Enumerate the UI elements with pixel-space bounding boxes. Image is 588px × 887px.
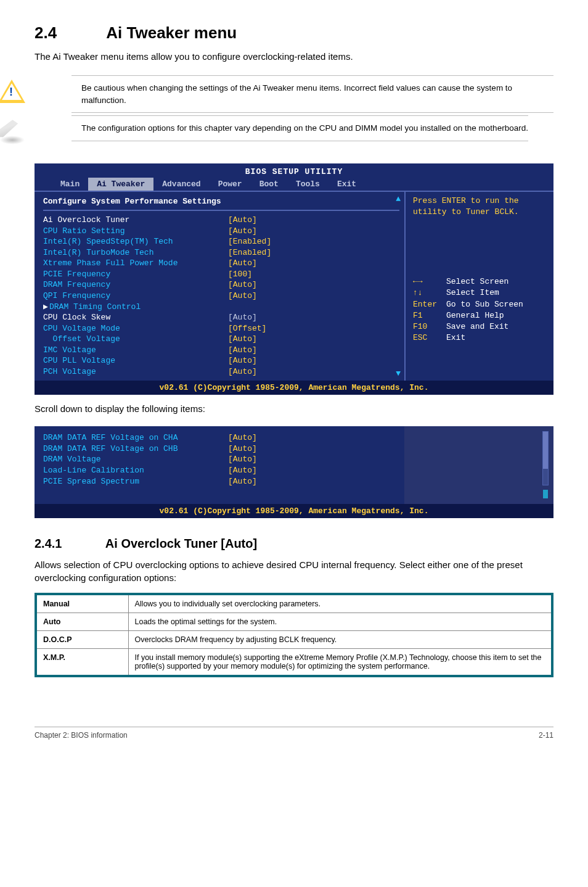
setting-value: [Auto] <box>228 279 257 291</box>
setting-value: [Auto] <box>228 432 257 444</box>
setting-label: ▶DRAM Timing Control <box>43 302 228 313</box>
bios-footer-2: v02.61 (C)Copyright 1985-2009, American … <box>35 504 553 518</box>
footer-right: 2-11 <box>539 731 553 740</box>
setting-label: DRAM DATA REF Voltage on CHB <box>43 444 228 455</box>
nav-key: ←→ <box>413 276 446 287</box>
nav-legend-row: EnterGo to Sub Screen <box>413 299 547 310</box>
bios-setting-row[interactable]: PCIE Frequency[100] <box>43 269 399 280</box>
setting-label: PCH Voltage <box>43 366 228 377</box>
scrollbar[interactable] <box>542 431 549 485</box>
setting-value: [Auto] <box>228 334 257 345</box>
bios-setting-row[interactable]: DRAM Frequency[Auto] <box>43 279 399 291</box>
pen-note-icon <box>0 117 28 146</box>
scroll-up-icon[interactable]: ▲ <box>396 194 401 204</box>
table-row: D.O.C.POverclocks DRAM frequency by adju… <box>36 631 552 649</box>
nav-legend-row: ↑↓Select Item <box>413 287 547 299</box>
setting-value: [Auto] <box>228 215 257 226</box>
setting-value: [Auto] <box>228 226 257 237</box>
setting-value: [100] <box>228 269 252 280</box>
section-number: 2.4 <box>35 23 102 43</box>
option-description: Overclocks DRAM frequency by adjusting B… <box>128 631 552 649</box>
table-row: ManualAllows you to individually set ove… <box>36 594 552 613</box>
setting-label: CPU Voltage Mode <box>43 323 228 334</box>
option-name: Manual <box>36 594 128 613</box>
bios-help-pane: Press ENTER to run the utility to Tuner … <box>404 192 553 381</box>
bios-setting-row[interactable]: Offset Voltage[Auto] <box>43 334 399 345</box>
section-heading: 2.4 Ai Tweaker menu <box>35 23 553 43</box>
setting-value: [Auto] <box>228 444 257 455</box>
tab-exit[interactable]: Exit <box>329 178 365 191</box>
bios-setting-row[interactable]: DRAM DATA REF Voltage on CHB[Auto] <box>43 444 399 455</box>
warning-text: Be cautious when changing the settings o… <box>71 75 553 113</box>
scroll-instruction: Scroll down to display the following ite… <box>35 403 553 414</box>
option-description: Loads the optimal settings for the syste… <box>128 613 552 631</box>
warning-icon: ! <box>0 76 28 106</box>
nav-action: Exit <box>446 333 465 342</box>
setting-value: [Offset] <box>228 323 266 334</box>
bios-setting-row[interactable]: CPU Ratio Setting[Auto] <box>43 226 399 237</box>
nav-key: F1 <box>413 310 446 321</box>
nav-legend-row: ←→Select Screen <box>413 276 547 287</box>
bios-setting-row[interactable]: PCH Voltage[Auto] <box>43 366 399 377</box>
nav-key: ↑↓ <box>413 287 446 299</box>
help-description: Press ENTER to run the utility to Tuner … <box>413 196 547 217</box>
option-description: Allows you to individually set overclock… <box>128 594 552 613</box>
tab-main[interactable]: Main <box>52 178 88 191</box>
tab-boot[interactable]: Boot <box>251 178 287 191</box>
nav-legend-row: F1General Help <box>413 310 547 321</box>
scroll-down-icon[interactable]: ▼ <box>396 369 401 378</box>
setting-value: [Enabled] <box>228 236 271 247</box>
setting-label: Ai Overclock Tuner <box>43 215 228 226</box>
setting-label: CPU Clock Skew <box>43 312 228 323</box>
bios-setting-row[interactable]: Xtreme Phase Full Power Mode[Auto] <box>43 258 399 269</box>
section-title: Ai Tweaker menu <box>106 23 237 42</box>
nav-action: Go to Sub Screen <box>446 300 523 309</box>
option-description: If you install memory module(s) supporti… <box>128 649 552 677</box>
bios-settings-pane-2: DRAM DATA REF Voltage on CHA[Auto]DRAM D… <box>35 426 404 504</box>
subsection-number: 2.4.1 <box>35 537 102 551</box>
setting-value: [Auto] <box>228 312 257 323</box>
setting-label: PCIE Frequency <box>43 269 228 280</box>
submenu-marker-icon: ▶ <box>43 302 49 313</box>
bios-setting-row[interactable]: Ai Overclock Tuner[Auto] <box>43 215 399 226</box>
bios-screenshot-2: DRAM DATA REF Voltage on CHA[Auto]DRAM D… <box>35 426 553 518</box>
tab-advanced[interactable]: Advanced <box>153 178 209 191</box>
setting-label: PCIE Spread Spectrum <box>43 476 228 487</box>
bios-setting-row[interactable]: ▶DRAM Timing Control <box>43 302 399 313</box>
bios-setting-row[interactable]: CPU Clock Skew[Auto] <box>43 312 399 323</box>
bios-setting-row[interactable]: Load-Line Calibration[Auto] <box>43 465 399 476</box>
option-name: X.M.P. <box>36 649 128 677</box>
subsection-title: Ai Overclock Tuner [Auto] <box>105 537 257 550</box>
bios-setting-row[interactable]: DRAM Voltage[Auto] <box>43 454 399 465</box>
setting-label: CPU Ratio Setting <box>43 226 228 237</box>
bios-title: BIOS SETUP UTILITY <box>35 165 553 176</box>
warning-callout: ! Be cautious when changing the settings… <box>35 75 553 115</box>
nav-action: Select Item <box>446 288 499 297</box>
setting-label: DRAM Frequency <box>43 279 228 291</box>
bios-setting-row[interactable]: CPU Voltage Mode[Offset] <box>43 323 399 334</box>
bios-setting-row[interactable]: IMC Voltage[Auto] <box>43 345 399 356</box>
bios-tab-bar: Main Ai Tweaker Advanced Power Boot Tool… <box>35 176 553 191</box>
setting-label: Load-Line Calibration <box>43 465 228 476</box>
bios-setting-row[interactable]: PCIE Spread Spectrum[Auto] <box>43 476 399 487</box>
option-name: Auto <box>36 613 128 631</box>
tab-power[interactable]: Power <box>210 178 251 191</box>
tab-ai-tweaker[interactable]: Ai Tweaker <box>88 178 153 191</box>
bios-setting-row[interactable]: Intel(R) SpeedStep(TM) Tech[Enabled] <box>43 236 399 247</box>
footer-left: Chapter 2: BIOS information <box>35 731 128 740</box>
bios-setting-row[interactable]: Intel(R) TurboMode Tech[Enabled] <box>43 247 399 258</box>
bios-footer: v02.61 (C)Copyright 1985-2009, American … <box>35 381 553 395</box>
setting-value: [Auto] <box>228 454 257 465</box>
nav-legend-row: F10Save and Exit <box>413 321 547 332</box>
options-table: ManualAllows you to individually set ove… <box>35 593 553 677</box>
nav-action: General Help <box>446 311 504 320</box>
note-text: The configuration options for this chapt… <box>71 115 528 141</box>
bios-setting-row[interactable]: DRAM DATA REF Voltage on CHA[Auto] <box>43 432 399 444</box>
nav-action: Save and Exit <box>446 322 508 331</box>
tab-tools[interactable]: Tools <box>287 178 329 191</box>
nav-legend-row: ESCExit <box>413 332 547 344</box>
bios-setting-row[interactable]: CPU PLL Voltage[Auto] <box>43 355 399 366</box>
bios-setting-row[interactable]: QPI Frenquency[Auto] <box>43 291 399 302</box>
page-footer: Chapter 2: BIOS information 2-11 <box>35 727 553 740</box>
nav-key: F10 <box>413 321 446 332</box>
